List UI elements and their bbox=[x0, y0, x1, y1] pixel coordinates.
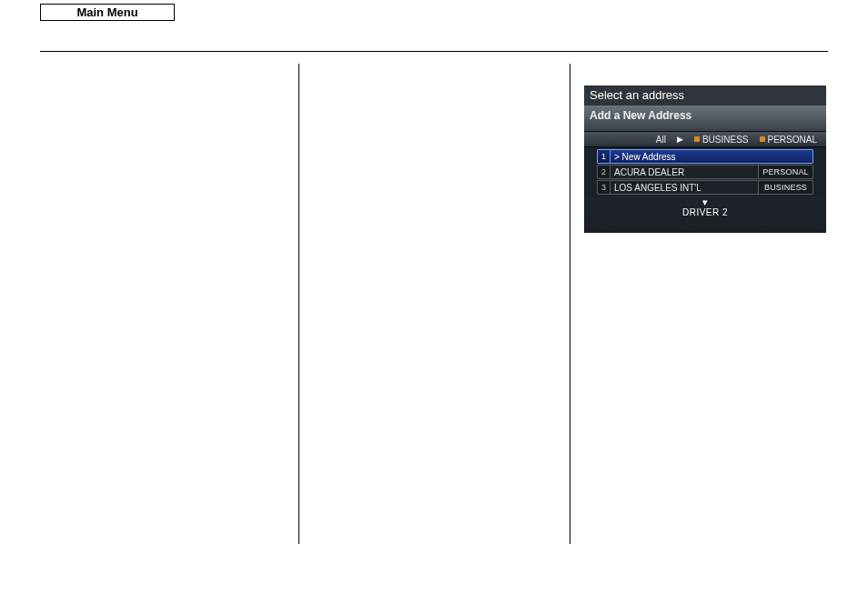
nav-driver-label: DRIVER 2 bbox=[584, 206, 826, 220]
personal-dot-icon bbox=[760, 136, 765, 142]
business-dot-icon bbox=[694, 136, 700, 142]
divider-vertical-2 bbox=[570, 64, 570, 544]
nav-filter-personal: PERSONAL bbox=[754, 135, 823, 145]
navigation-screenshot: Select an address Add a New Address All … bbox=[584, 85, 826, 233]
divider-horizontal bbox=[40, 51, 828, 52]
row-tag: BUSINESS bbox=[758, 181, 812, 194]
chevron-down-icon: ▾ bbox=[584, 197, 826, 206]
main-menu-button[interactable]: Main Menu bbox=[40, 4, 175, 21]
list-item: 2 ACURA DEALER PERSONAL bbox=[597, 165, 813, 179]
row-label: LOS ANGELES INT'L bbox=[611, 183, 758, 193]
nav-filter-bar: All ▶ BUSINESS PERSONAL bbox=[584, 131, 826, 147]
nav-filter-business: BUSINESS bbox=[689, 135, 754, 145]
main-menu-label: Main Menu bbox=[76, 5, 137, 19]
divider-vertical-1 bbox=[298, 64, 299, 544]
row-label: ACURA DEALER bbox=[611, 167, 758, 177]
row-number: 2 bbox=[598, 166, 611, 178]
nav-filter-all: All bbox=[651, 135, 671, 145]
nav-filter-business-label: BUSINESS bbox=[702, 135, 749, 145]
nav-screen-subtitle: Add a New Address bbox=[584, 106, 826, 131]
row-number: 3 bbox=[598, 181, 611, 194]
nav-screen-title: Select an address bbox=[584, 85, 826, 106]
play-icon: ▶ bbox=[671, 135, 689, 144]
row-tag: PERSONAL bbox=[758, 166, 812, 178]
list-item: 1 > New Address bbox=[597, 149, 813, 164]
nav-address-list: 1 > New Address 2 ACURA DEALER PERSONAL … bbox=[584, 147, 826, 197]
nav-filter-personal-label: PERSONAL bbox=[768, 135, 817, 145]
row-label: > New Address bbox=[611, 152, 812, 162]
row-number: 1 bbox=[598, 150, 611, 163]
list-item: 3 LOS ANGELES INT'L BUSINESS bbox=[597, 180, 813, 195]
